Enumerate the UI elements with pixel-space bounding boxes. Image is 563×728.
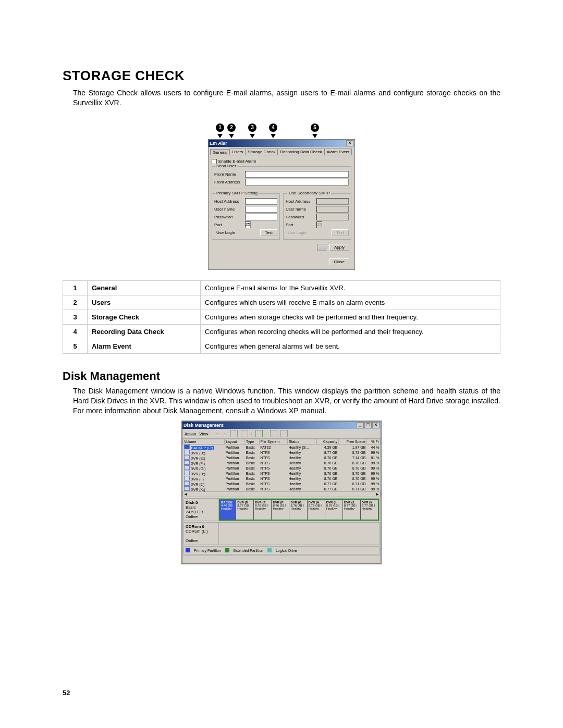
callout-1: 1	[216, 124, 224, 132]
s-pass-label: Password	[286, 215, 314, 219]
dm-titlebar[interactable]: Disk Management _ □ ×	[182, 422, 381, 429]
disk0-status: Online	[186, 514, 198, 519]
h-scrollbar[interactable]: ◄►	[182, 491, 381, 497]
tab-users[interactable]: Users	[229, 149, 246, 155]
dialog-titlebar[interactable]: Em Alar ×	[209, 140, 354, 147]
tab-alarm-event[interactable]: Alarm Event	[324, 149, 352, 155]
close-button[interactable]: Close	[329, 258, 349, 265]
disk0-type: Basic	[186, 505, 196, 510]
p-pass-field[interactable]	[245, 214, 277, 220]
s-user-field	[316, 206, 349, 213]
partition-block[interactable]: DVR (D8.77 GBHealthy	[236, 500, 253, 520]
partition-block[interactable]: DVR (K:8.77 GB IHealthy	[360, 500, 378, 520]
legend-extended-icon	[225, 548, 229, 552]
callout-2: 2	[227, 124, 236, 132]
col-type[interactable]: Type	[245, 439, 260, 445]
p-test-button[interactable]: Test	[260, 229, 277, 236]
apply-button[interactable]: Apply	[329, 244, 349, 251]
feature-table: 1GeneralConfigure E-mail alarms for the …	[63, 280, 500, 354]
p-user-label: User name	[214, 207, 243, 212]
table-row: 3Storage CheckConfigures when storage ch…	[63, 310, 500, 324]
volume-row[interactable]: BACKUP (C:)PartitionBasicFAT32Healthy (S…	[183, 445, 381, 450]
s-port-field: 25	[316, 221, 322, 228]
callout-4-arrow	[271, 134, 276, 138]
scroll-right-icon[interactable]: ►	[375, 492, 380, 497]
p-user-field[interactable]	[245, 206, 277, 213]
cdrom-sub: CDRom (L:)	[186, 529, 208, 534]
from-address-field[interactable]	[245, 179, 349, 186]
cdrom-info: CDRom 0 CDRom (L:) Online	[184, 523, 219, 545]
volume-row[interactable]: DVR (J:)PartitionBasicNTFSHealthy8.77 GB…	[183, 481, 381, 486]
toolbar-icon[interactable]	[241, 430, 248, 437]
disk0-name: Disk 0	[186, 500, 198, 505]
partition-block[interactable]: DVR (E:8.76 GB IHealthy	[253, 500, 271, 520]
p-port-field[interactable]: 25	[245, 221, 251, 228]
scroll-left-icon[interactable]: ◄	[183, 492, 188, 497]
dialog-title: Em Alar	[210, 141, 227, 146]
minimize-icon[interactable]: _	[357, 422, 364, 428]
volume-row[interactable]: DVR (K:)PartitionBasicNTFSHealthy8.77 GB…	[183, 486, 381, 491]
tab-general[interactable]: General	[210, 149, 230, 155]
close-icon[interactable]: ×	[346, 140, 353, 146]
disk0-panel: Disk 0 Basic 74.53 GB Online BACKU4.40 G…	[183, 498, 380, 521]
partition-block[interactable]: DVR (H:8.76 GB IHealthy	[307, 500, 325, 520]
help-icon[interactable]	[255, 430, 263, 437]
send-user-label: Send User	[215, 164, 237, 168]
legend-extended-label: Extended Partition	[234, 549, 263, 552]
cdrom-empty	[219, 523, 379, 545]
primary-smtp-group: Primary SMTP Setting Host Address User n…	[212, 193, 280, 240]
callout-4: 4	[269, 124, 277, 132]
col-layout[interactable]: Layout	[225, 439, 245, 445]
toolbar-icon[interactable]	[230, 430, 238, 437]
col-volume[interactable]: Volume	[183, 439, 225, 445]
volume-row[interactable]: DVR (H:)PartitionBasicNTFSHealthy8.76 GB…	[183, 471, 381, 476]
volume-row[interactable]: DVR (I:)PartitionBasicNTFSHealthy8.76 GB…	[183, 476, 381, 481]
menu-action[interactable]: Action	[185, 431, 196, 436]
from-name-field[interactable]	[245, 171, 349, 178]
nav-back-icon[interactable]: ←	[216, 431, 220, 436]
nav-fwd-icon[interactable]: →	[223, 431, 227, 436]
volume-row[interactable]: DVR (G:)PartitionBasicNTFSHealthy8.76 GB…	[183, 465, 381, 471]
col-capacity[interactable]: Capacity	[316, 439, 338, 445]
col-pct[interactable]: % Fr	[366, 439, 380, 445]
partition-block[interactable]: DVR (G:8.76 GB IHealthy	[289, 500, 307, 520]
volume-row[interactable]: DVR (E:)PartitionBasicNTFSHealthy8.76 GB…	[183, 455, 381, 460]
partition-block[interactable]: DVR (J:8.77 GB IHealthy	[342, 500, 360, 520]
secondary-smtp-group: Use Secondary SMTP Host Address User nam…	[283, 193, 351, 240]
keyboard-icon[interactable]	[317, 244, 326, 251]
volume-icon	[184, 486, 190, 491]
legend-primary-icon	[186, 548, 190, 552]
maximize-icon[interactable]: □	[364, 422, 372, 428]
volume-row[interactable]: DVR (F:)PartitionBasicNTFSHealthy8.76 GB…	[183, 460, 381, 465]
secondary-smtp-label: Use Secondary SMTP	[289, 191, 330, 195]
dm-legend: Primary Partition Extended Partition Log…	[183, 546, 380, 554]
close-icon[interactable]: ×	[372, 422, 380, 428]
col-free[interactable]: Free Space	[338, 439, 366, 445]
tab-storage-check[interactable]: Storage Check	[245, 149, 278, 155]
partition-block[interactable]: DVR (F:8.76 GB IHealthy	[271, 500, 289, 520]
col-status[interactable]: Status	[288, 439, 317, 445]
tab-recording-data-check[interactable]: Recording Data Check	[277, 149, 324, 155]
refresh-icon[interactable]	[270, 430, 277, 437]
callout-row: 1 2 3 4 5	[209, 124, 354, 139]
p-host-label: Host Address	[214, 199, 243, 204]
table-row: 1GeneralConfigure E-mail alarms for the …	[63, 280, 500, 295]
callout-3-arrow	[250, 134, 255, 138]
disk0-info: Disk 0 Basic 74.53 GB Online	[184, 499, 219, 521]
partition-block[interactable]: DVR (I:8.76 GB IHealthy	[325, 500, 342, 520]
volume-icon	[184, 476, 190, 480]
primary-smtp-label: Primary SMTP Setting	[215, 191, 259, 195]
toolbar-icon[interactable]	[280, 430, 288, 437]
secondary-smtp-checkbox[interactable]: Use Secondary SMTP	[287, 191, 331, 195]
volume-row[interactable]: DVR (D:)PartitionBasicNTFSHealthy8.77 GB…	[183, 450, 381, 455]
tab-strip: General Users Storage Check Recording Da…	[210, 149, 353, 155]
col-fs[interactable]: File System	[259, 439, 287, 445]
partition-block[interactable]: BACKU4.40 GBHealthy	[220, 500, 236, 520]
legend-logical-icon	[267, 548, 272, 552]
legend-primary-label: Primary Partition	[194, 549, 221, 552]
menu-view[interactable]: View	[199, 431, 208, 436]
p-host-field[interactable]	[245, 198, 277, 205]
volume-icon	[184, 450, 190, 454]
from-name-label: From Name	[214, 172, 243, 177]
volume-icon	[184, 460, 190, 465]
